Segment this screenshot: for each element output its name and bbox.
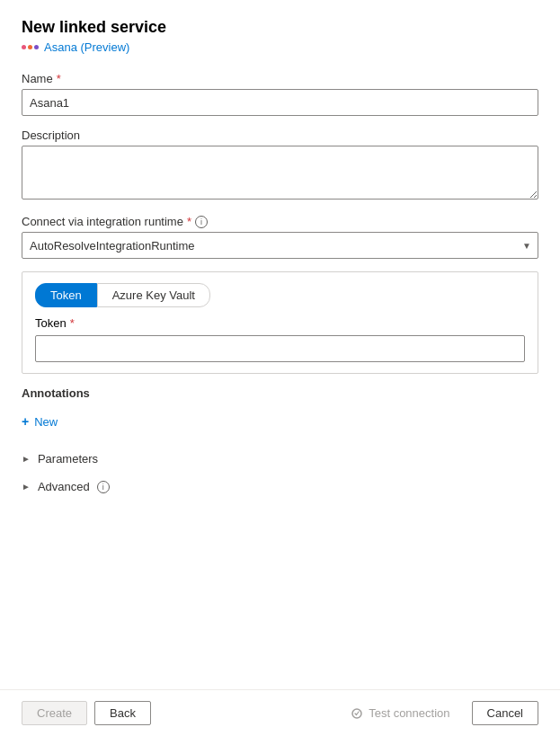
- runtime-label: Connect via integration runtime * i: [22, 215, 538, 228]
- annotations-heading: Annotations: [22, 386, 538, 400]
- advanced-chevron-icon: ►: [22, 482, 31, 492]
- token-label-row: Token *: [35, 316, 525, 330]
- runtime-select-wrapper: AutoResolveIntegrationRuntime ▼: [22, 232, 538, 259]
- parameters-label: Parameters: [38, 452, 98, 466]
- description-label: Description: [22, 129, 538, 142]
- token-required-star: *: [70, 316, 75, 330]
- test-connection-icon: [351, 707, 363, 720]
- runtime-info-icon[interactable]: i: [195, 216, 208, 228]
- advanced-collapsible[interactable]: ► Advanced i: [22, 473, 538, 501]
- asana-dot-purple: [34, 45, 39, 49]
- advanced-label: Advanced: [38, 480, 90, 493]
- token-input[interactable]: [35, 335, 525, 362]
- name-input[interactable]: [22, 89, 538, 116]
- token-toggle-btn[interactable]: Token: [35, 283, 97, 307]
- runtime-required-star: *: [187, 215, 191, 228]
- name-field-group: Name *: [22, 72, 538, 116]
- runtime-select[interactable]: AutoResolveIntegrationRuntime: [22, 232, 538, 259]
- token-section: Token Azure Key Vault Token *: [22, 271, 538, 374]
- asana-logo-dots: [22, 45, 39, 49]
- description-input[interactable]: [22, 146, 538, 200]
- subtitle-text: Asana (Preview): [44, 40, 129, 54]
- asana-dot-pink: [22, 45, 26, 49]
- description-field-group: Description: [22, 129, 538, 202]
- name-label: Name *: [22, 72, 538, 85]
- asana-dot-orange: [28, 45, 32, 49]
- azure-key-vault-toggle-btn[interactable]: Azure Key Vault: [97, 283, 210, 307]
- advanced-info-icon[interactable]: i: [97, 481, 110, 493]
- back-button[interactable]: Back: [94, 701, 151, 725]
- toggle-group: Token Azure Key Vault: [35, 283, 525, 307]
- footer: Create Back Test connection Cancel: [0, 689, 560, 736]
- token-field-label: Token: [35, 316, 67, 330]
- subtitle-row: Asana (Preview): [22, 40, 538, 54]
- runtime-field-group: Connect via integration runtime * i Auto…: [22, 215, 538, 259]
- plus-icon: +: [22, 414, 29, 429]
- add-new-label: New: [34, 415, 58, 429]
- parameters-chevron-icon: ►: [22, 454, 31, 464]
- add-new-button[interactable]: + New: [22, 411, 58, 432]
- panel-title: New linked service: [22, 18, 538, 37]
- cancel-button[interactable]: Cancel: [472, 701, 538, 725]
- name-required-star: *: [57, 72, 61, 85]
- parameters-collapsible[interactable]: ► Parameters: [22, 445, 538, 473]
- annotations-section: Annotations + New: [22, 386, 538, 432]
- asana-logo: [22, 45, 39, 49]
- test-connection-button[interactable]: Test connection: [336, 702, 464, 724]
- create-button[interactable]: Create: [22, 701, 87, 725]
